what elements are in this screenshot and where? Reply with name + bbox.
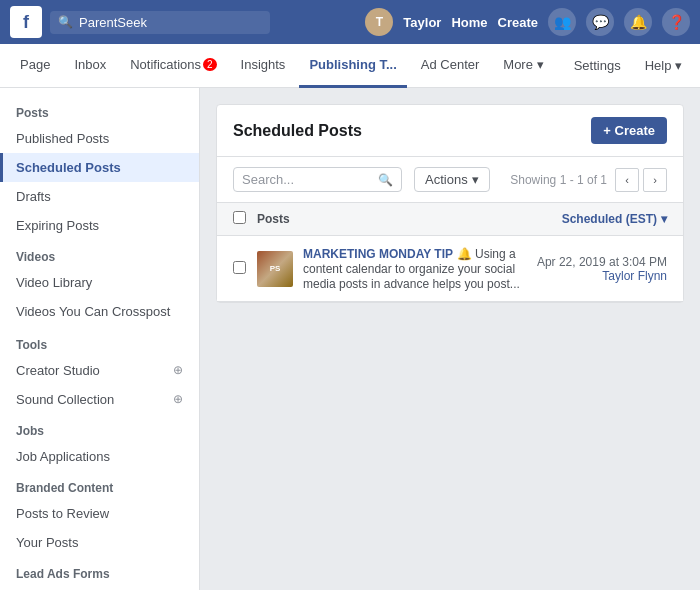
home-link[interactable]: Home [451,15,487,30]
toolbar-left: 🔍 Actions ▾ [233,167,490,192]
actions-button[interactable]: Actions ▾ [414,167,490,192]
notifications-badge: 2 [203,58,217,71]
sidebar-item-video-library[interactable]: Video Library [0,268,199,297]
section-branded-content: Branded Content [0,471,199,499]
card-toolbar: 🔍 Actions ▾ Showing 1 - 1 of 1 ‹ › [217,157,683,203]
layout: Posts Published Posts Scheduled Posts Dr… [0,88,700,590]
help-link[interactable]: Help ▾ [637,52,690,79]
expand-icon-creator: ⊕ [173,363,183,377]
facebook-logo: f [10,6,42,38]
people-icon[interactable]: 👥 [548,8,576,36]
user-name[interactable]: Taylor [403,15,441,30]
prev-page-button[interactable]: ‹ [615,168,639,192]
sidebar-item-videos-crosspost[interactable]: Videos You Can Crosspost [0,297,199,328]
nav-more[interactable]: More ▾ [493,44,553,88]
sidebar-item-scheduled-posts[interactable]: Scheduled Posts [0,153,199,182]
scheduled-posts-card: Scheduled Posts + Create 🔍 Actions ▾ Sho [216,104,684,303]
column-posts: Posts [257,212,562,226]
nav-insights[interactable]: Insights [231,44,296,88]
sort-icon: ▾ [661,212,667,226]
checkbox-row[interactable] [233,261,246,274]
settings-link[interactable]: Settings [566,52,629,79]
sub-nav: Page Inbox Notifications 2 Insights Publ… [0,44,700,88]
sub-nav-right: Settings Help ▾ [566,52,690,79]
sidebar-item-expiring-posts[interactable]: Expiring Posts [0,211,199,240]
post-date: Apr 22, 2019 at 3:04 PM [527,255,667,269]
checkbox-all[interactable] [233,211,246,224]
help-icon[interactable]: ❓ [662,8,690,36]
thumbnail-image: PS [257,251,293,287]
avatar: T [365,8,393,36]
top-bar-right: T Taylor Home Create 👥 💬 🔔 ❓ [365,8,690,36]
post-info: MARKETING MONDAY TIP 🔔 Using a content c… [303,246,527,291]
table-header: Posts Scheduled (EST) ▾ [217,203,683,236]
select-all-checkbox[interactable] [233,211,257,227]
bell-icon[interactable]: 🔔 [624,8,652,36]
card-title: Scheduled Posts [233,122,362,140]
post-meta: Apr 22, 2019 at 3:04 PM Taylor Flynn [527,255,667,283]
section-tools: Tools [0,328,199,356]
top-bar: f 🔍 T Taylor Home Create 👥 💬 🔔 ❓ [0,0,700,44]
section-posts: Posts [0,96,199,124]
next-page-button[interactable]: › [643,168,667,192]
create-button[interactable]: + Create [591,117,667,144]
sidebar-item-job-applications[interactable]: Job Applications [0,442,199,471]
main-content: Scheduled Posts + Create 🔍 Actions ▾ Sho [200,88,700,590]
search-icon: 🔍 [58,15,73,29]
nav-adcenter[interactable]: Ad Center [411,44,490,88]
section-jobs: Jobs [0,414,199,442]
column-scheduled[interactable]: Scheduled (EST) ▾ [562,212,667,226]
post-search-input[interactable] [242,172,372,187]
card-header: Scheduled Posts + Create [217,105,683,157]
sidebar-item-posts-to-review[interactable]: Posts to Review [0,499,199,528]
sidebar-item-creator-studio[interactable]: Creator Studio ⊕ [0,356,199,385]
search-icon: 🔍 [378,173,393,187]
post-search-box[interactable]: 🔍 [233,167,402,192]
post-thumbnail: PS [257,251,293,287]
create-link[interactable]: Create [498,15,538,30]
expand-icon-sound: ⊕ [173,392,183,406]
search-input[interactable] [79,15,262,30]
sidebar-item-your-posts[interactable]: Your Posts [0,528,199,557]
pagination: ‹ › [615,168,667,192]
nav-publishing[interactable]: Publishing T... [299,44,406,88]
sidebar-item-sound-collection[interactable]: Sound Collection ⊕ [0,385,199,414]
chevron-down-icon: ▾ [472,172,479,187]
toolbar-right: Showing 1 - 1 of 1 ‹ › [510,168,667,192]
sidebar: Posts Published Posts Scheduled Posts Dr… [0,88,200,590]
search-box[interactable]: 🔍 [50,11,270,34]
nav-page[interactable]: Page [10,44,60,88]
showing-text: Showing 1 - 1 of 1 [510,173,607,187]
post-author[interactable]: Taylor Flynn [527,269,667,283]
nav-notifications[interactable]: Notifications 2 [120,44,226,88]
post-title[interactable]: MARKETING MONDAY TIP [303,247,453,261]
sidebar-item-published-posts[interactable]: Published Posts [0,124,199,153]
sidebar-item-drafts[interactable]: Drafts [0,182,199,211]
section-lead-ads: Lead Ads Forms [0,557,199,585]
table-row: PS MARKETING MONDAY TIP 🔔 Using a conten… [217,236,683,302]
messenger-icon[interactable]: 💬 [586,8,614,36]
nav-inbox[interactable]: Inbox [64,44,116,88]
row-checkbox[interactable] [233,261,257,277]
sidebar-item-forms-library[interactable]: Forms Library [0,585,199,590]
section-videos: Videos [0,240,199,268]
